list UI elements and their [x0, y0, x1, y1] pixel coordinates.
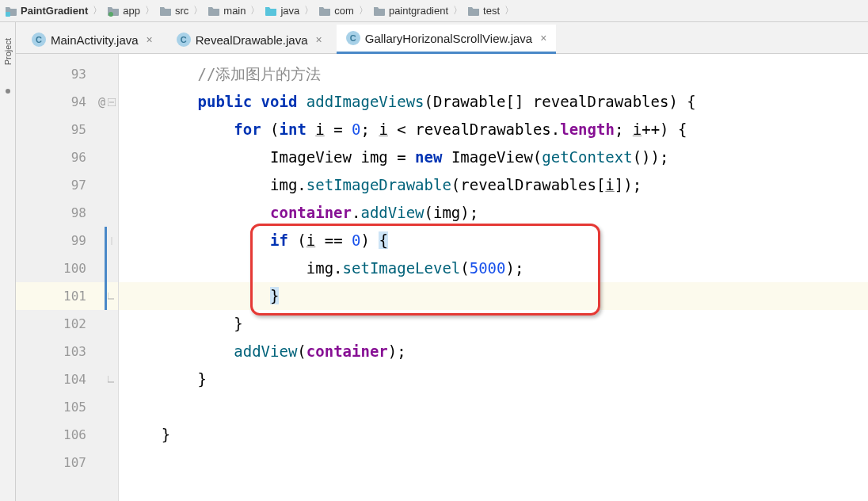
- breadcrumb-label: app: [123, 5, 140, 17]
- fold-marker-icon[interactable]: [107, 375, 116, 384]
- chevron-right-icon: 〉: [193, 4, 203, 17]
- editor-body: 9394@9596979899100101102103104105106107 …: [16, 54, 868, 501]
- code-line[interactable]: [119, 449, 868, 476]
- code-line[interactable]: ImageView img = new ImageView(getContext…: [119, 143, 868, 171]
- chevron-right-icon: 〉: [250, 4, 260, 17]
- code-line[interactable]: addView(container);: [119, 338, 868, 365]
- breadcrumb-item[interactable]: java: [263, 5, 301, 17]
- side-indicator: [6, 89, 10, 94]
- gutter-line[interactable]: 107: [16, 449, 118, 476]
- code-line[interactable]: [119, 393, 868, 421]
- code-line[interactable]: if (i == 0) {: [119, 227, 868, 254]
- chevron-right-icon: 〉: [304, 4, 314, 17]
- file-tab[interactable]: CMainActivity.java×: [22, 26, 162, 53]
- gutter-line[interactable]: 99: [16, 227, 118, 254]
- svg-point-1: [108, 12, 113, 17]
- editor-area: CMainActivity.java×CRevealDrawable.java×…: [16, 22, 868, 501]
- svg-rect-0: [6, 12, 10, 17]
- gutter-line[interactable]: 106: [16, 421, 118, 449]
- gutter-line[interactable]: 95: [16, 116, 118, 143]
- breadcrumb-label: src: [175, 5, 188, 17]
- gutter-line[interactable]: 97: [16, 171, 118, 199]
- gutter-line[interactable]: 94@: [16, 88, 118, 116]
- breadcrumb-item[interactable]: paintgradient: [371, 5, 450, 17]
- chevron-right-icon: 〉: [145, 4, 154, 17]
- breadcrumb-label: PaintGradient: [21, 5, 88, 17]
- breadcrumb-label: java: [280, 5, 299, 17]
- fold-marker-icon[interactable]: [107, 292, 116, 301]
- fold-marker-icon[interactable]: [107, 236, 116, 246]
- close-icon[interactable]: ×: [540, 32, 546, 44]
- gutter-line[interactable]: 98: [16, 199, 118, 227]
- breadcrumb: PaintGradient〉app〉src〉main〉java〉com〉pain…: [0, 0, 868, 22]
- close-icon[interactable]: ×: [316, 33, 322, 46]
- file-tab-label: GallaryHorizonalScrollView.java: [365, 32, 532, 45]
- code-line[interactable]: for (int i = 0; i < revealDrawables.leng…: [119, 116, 868, 143]
- file-tab-label: RevealDrawable.java: [196, 33, 308, 47]
- chevron-right-icon: 〉: [504, 4, 514, 17]
- class-icon: C: [177, 33, 191, 47]
- gutter: 9394@9596979899100101102103104105106107: [16, 54, 119, 501]
- tool-window-bar: Project: [0, 22, 16, 501]
- breadcrumb-item[interactable]: PaintGradient: [3, 5, 89, 17]
- fold-marker-icon[interactable]: [107, 98, 116, 107]
- content-area: Project CMainActivity.java×CRevealDrawab…: [0, 22, 868, 501]
- breadcrumb-item[interactable]: com: [317, 5, 356, 17]
- breadcrumb-item[interactable]: app: [105, 5, 142, 17]
- file-tab[interactable]: CRevealDrawable.java×: [167, 26, 332, 53]
- chevron-right-icon: 〉: [93, 4, 102, 17]
- code-line[interactable]: img.setImageLevel(5000);: [119, 254, 868, 282]
- code-line[interactable]: }: [119, 310, 868, 338]
- code-line[interactable]: }: [119, 421, 868, 449]
- code-line[interactable]: //添加图片的方法: [119, 60, 868, 88]
- breadcrumb-item[interactable]: src: [158, 5, 190, 17]
- breadcrumb-item[interactable]: main: [206, 5, 247, 17]
- gutter-line[interactable]: 101: [16, 282, 118, 310]
- chevron-right-icon: 〉: [453, 4, 463, 17]
- breadcrumb-label: com: [334, 5, 354, 17]
- code-line[interactable]: }: [119, 282, 868, 310]
- code-line[interactable]: }: [119, 365, 868, 393]
- code-line[interactable]: img.setImageDrawable(revealDrawables[i])…: [119, 171, 868, 199]
- breadcrumb-label: main: [223, 5, 246, 17]
- chevron-right-icon: 〉: [359, 4, 368, 17]
- gutter-line[interactable]: 105: [16, 393, 118, 421]
- gutter-line[interactable]: 93: [16, 60, 118, 88]
- class-icon: C: [346, 31, 360, 45]
- gutter-line[interactable]: 102: [16, 310, 118, 338]
- gutter-line[interactable]: 96: [16, 143, 118, 171]
- file-tab-label: MainActivity.java: [51, 33, 139, 47]
- breadcrumb-label: paintgradient: [389, 5, 448, 17]
- code-line[interactable]: container.addView(img);: [119, 199, 868, 227]
- close-icon[interactable]: ×: [147, 33, 153, 46]
- file-tabs: CMainActivity.java×CRevealDrawable.java×…: [16, 22, 868, 54]
- class-icon: C: [32, 33, 46, 47]
- gutter-line[interactable]: 103: [16, 338, 118, 365]
- file-tab[interactable]: CGallaryHorizonalScrollView.java×: [337, 25, 557, 54]
- code-area[interactable]: //添加图片的方法 public void addImageViews(Draw…: [119, 54, 868, 501]
- gutter-line[interactable]: 100: [16, 254, 118, 282]
- override-gutter-icon[interactable]: @: [98, 95, 105, 109]
- gutter-line[interactable]: 104: [16, 365, 118, 393]
- breadcrumb-label: test: [483, 5, 500, 17]
- breadcrumb-item[interactable]: test: [466, 5, 501, 17]
- vcs-change-marker[interactable]: [105, 254, 107, 282]
- project-tool-tab[interactable]: Project: [3, 38, 13, 65]
- code-line[interactable]: public void addImageViews(Drawable[] rev…: [119, 88, 868, 116]
